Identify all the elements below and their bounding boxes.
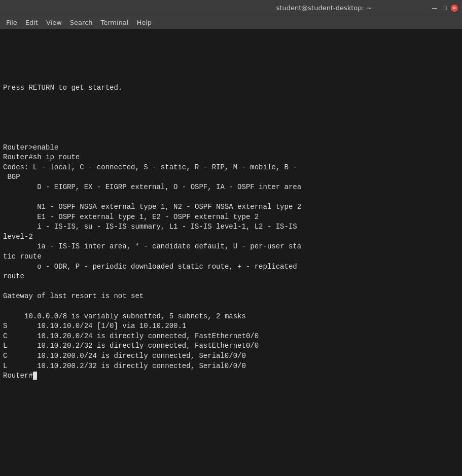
titlebar: student@student-desktop: ~ ─ □ ✕ <box>0 0 462 16</box>
terminal-cursor <box>33 372 37 380</box>
menu-edit[interactable]: Edit <box>21 18 42 27</box>
maximize-button[interactable]: □ <box>441 4 449 12</box>
menubar: File Edit View Search Terminal Help <box>0 16 462 29</box>
terminal-output[interactable]: Press RETURN to get started. Router>enab… <box>0 29 462 476</box>
menu-view[interactable]: View <box>42 18 66 27</box>
minimize-button[interactable]: ─ <box>431 4 439 12</box>
close-button[interactable]: ✕ <box>451 5 458 12</box>
menu-file[interactable]: File <box>2 18 21 27</box>
window-title: student@student-desktop: ~ <box>218 4 431 12</box>
menu-terminal[interactable]: Terminal <box>96 18 132 27</box>
titlebar-controls: ─ □ ✕ <box>431 4 458 12</box>
menu-help[interactable]: Help <box>132 18 156 27</box>
menu-search[interactable]: Search <box>66 18 97 27</box>
